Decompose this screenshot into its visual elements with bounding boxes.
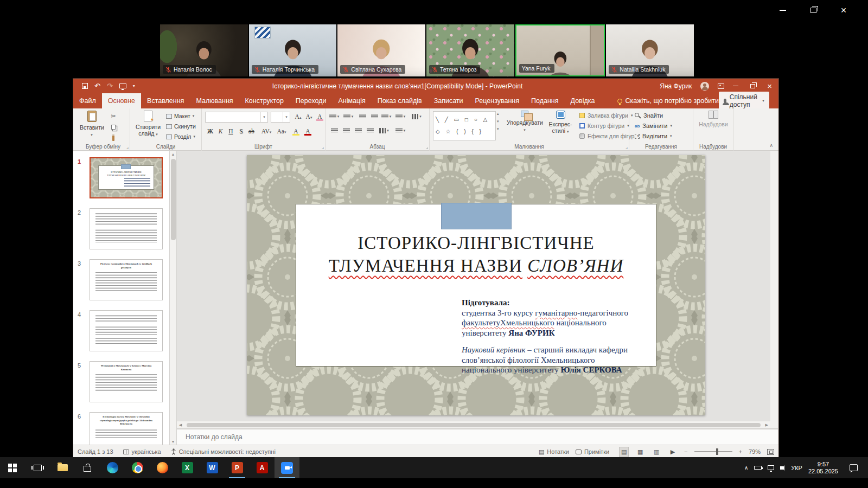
align-center-button[interactable]	[341, 126, 352, 136]
tab-design[interactable]: Конструктор	[239, 93, 290, 108]
zoom-in-button[interactable]: +	[739, 448, 742, 455]
participant-tile[interactable]: Світлана Сухарєва	[337, 24, 425, 76]
font-name-combo[interactable]: ▾	[205, 112, 268, 123]
tab-insert[interactable]: Вставлення	[141, 93, 190, 108]
cut-button[interactable]: ✂	[108, 112, 119, 121]
normal-view-button[interactable]: ▤	[619, 447, 629, 457]
section-button[interactable]: Розділ▾	[166, 133, 195, 140]
text-direction-button[interactable]: ▾	[395, 112, 406, 121]
collapse-ribbon-button[interactable]: ∧	[769, 143, 773, 148]
line-spacing-button[interactable]: ▾	[381, 112, 392, 121]
selected-shape[interactable]	[441, 203, 512, 229]
scrollbar-thumb[interactable]	[171, 159, 176, 240]
tab-slideshow[interactable]: Показ слайдів	[372, 93, 428, 108]
slideshow-view-button[interactable]: ▶	[668, 447, 678, 457]
scroll-up-icon[interactable]: ▲	[170, 152, 176, 156]
signed-in-user[interactable]: Яна Фурик	[660, 82, 692, 90]
participant-tile[interactable]: Тетяна Мороз	[426, 24, 514, 76]
spelling-status[interactable]: українська	[123, 448, 161, 455]
align-left-button[interactable]	[329, 126, 340, 136]
fit-slide-to-window-button[interactable]	[767, 449, 774, 455]
notes-toggle-button[interactable]: ▤Нотатки	[539, 447, 569, 457]
tell-me-search[interactable]: Скажіть, що потрібно зробити	[617, 93, 719, 108]
tab-review[interactable]: Рецензування	[469, 93, 525, 108]
restore-icon[interactable]	[750, 84, 755, 88]
quick-styles-button[interactable]: Експрес-стилі ▾	[545, 111, 576, 135]
decrease-indent-button[interactable]	[357, 112, 368, 121]
task-view-button[interactable]	[25, 457, 50, 478]
shapes-gallery[interactable]: ╲ ╱ ▭ □ ○ △ ◇ ☆ ( ) { }	[433, 111, 496, 140]
paste-button[interactable]: Вставити ▾	[80, 111, 104, 138]
participant-tile[interactable]: Nataliia Stakhniuk	[606, 24, 694, 76]
network-icon[interactable]	[768, 465, 774, 470]
comments-toggle-button[interactable]: Примітки	[576, 448, 609, 455]
minimize-icon[interactable]	[775, 4, 791, 16]
slide-thumbnail-6[interactable]: Etymologia nazwy Słowianie w słowniku et…	[90, 412, 163, 445]
scroll-left-icon[interactable]: ◀	[179, 423, 182, 427]
increase-font-button[interactable]: А▴	[293, 111, 303, 122]
notes-pane[interactable]: Нотатки до слайда	[177, 428, 778, 445]
highlight-color-button[interactable]: А	[291, 126, 301, 137]
slide-thumbnail-4[interactable]	[90, 310, 163, 351]
user-avatar[interactable]	[700, 82, 709, 91]
underline-button[interactable]: П	[226, 126, 236, 137]
copy-button[interactable]	[108, 123, 119, 132]
font-color-button[interactable]: А	[303, 126, 313, 137]
horizontal-scrollbar[interactable]: ◀ ▶	[177, 421, 770, 428]
participant-tile[interactable]: Наталія Волос	[160, 24, 248, 76]
slide-thumbnail-1[interactable]: ІСТОРИКО-ЛІНГВІСТИЧНЕТЛУМАЧЕННЯ НАЗВИ СЛ…	[90, 157, 163, 198]
slide-canvas[interactable]: ІСТОРИКО-ЛІНГВІСТИЧНЕ ТЛУМАЧЕННЯ НАЗВИ С…	[247, 155, 705, 415]
format-painter-button[interactable]	[108, 133, 119, 143]
slide-title[interactable]: ІСТОРИКО-ЛІНГВІСТИЧНЕ ТЛУМАЧЕННЯ НАЗВИ С…	[296, 232, 656, 277]
increase-indent-button[interactable]	[369, 112, 380, 121]
thumbnail-scrollbar[interactable]: ▲ ▼	[170, 151, 177, 445]
shape-fill-button[interactable]: Заливка фігури▾	[579, 112, 633, 119]
zoom-level[interactable]: 79%	[749, 448, 761, 455]
replace-button[interactable]: abЗамінити▾	[635, 123, 672, 129]
change-case-button[interactable]: Aa▾	[275, 126, 289, 137]
zoom-out-button[interactable]: −	[684, 448, 687, 455]
scroll-down-icon[interactable]: ▼	[170, 440, 176, 444]
select-button[interactable]: Виділити▾	[635, 133, 672, 139]
layout-button[interactable]: Макет▾	[166, 113, 194, 119]
zoom-slider[interactable]	[694, 451, 732, 452]
addins-button[interactable]: Надбудови	[698, 111, 729, 127]
columns-button[interactable]: ▾	[379, 126, 390, 136]
text-shadow-button[interactable]: S	[236, 126, 246, 137]
character-spacing-button[interactable]: AV▾	[259, 126, 273, 137]
bullets-button[interactable]: ▾	[329, 112, 340, 121]
word-button[interactable]: W	[200, 457, 225, 478]
tab-draw[interactable]: Малювання	[190, 93, 239, 108]
reading-view-button[interactable]: ▥	[652, 447, 661, 457]
numbering-button[interactable]: ▾	[343, 112, 354, 121]
paragraph-dialog-launcher[interactable]: ⌟	[426, 144, 428, 150]
save-icon[interactable]	[82, 83, 88, 89]
tab-transitions[interactable]: Переходи	[290, 93, 333, 108]
chrome-button[interactable]	[125, 457, 150, 478]
decrease-font-button[interactable]: А▾	[304, 111, 314, 122]
customize-qat-icon[interactable]: ▾	[133, 84, 135, 88]
excel-button[interactable]: X	[175, 457, 200, 478]
battery-icon[interactable]	[754, 466, 762, 470]
minimize-icon[interactable]	[733, 86, 738, 87]
taskbar-clock[interactable]: 9:57 22.05.2025	[808, 461, 838, 475]
zoom-app-button[interactable]	[275, 457, 299, 478]
slide-byline-text[interactable]: Підготувала: студентка 3-го курсу гумані…	[462, 298, 644, 375]
store-button[interactable]	[75, 457, 100, 478]
firefox-button[interactable]	[150, 457, 175, 478]
align-right-button[interactable]	[353, 126, 363, 136]
font-size-combo[interactable]: ▾	[271, 112, 290, 123]
scroll-right-icon[interactable]: ▶	[765, 423, 768, 427]
smartart-convert-button[interactable]: ▾	[395, 126, 406, 136]
tab-view[interactable]: Подання	[525, 93, 564, 108]
action-center-button[interactable]	[844, 464, 863, 471]
language-indicator[interactable]: УКР	[791, 465, 802, 471]
italic-button[interactable]: К	[215, 126, 226, 137]
close-icon[interactable]: ×	[835, 4, 852, 16]
find-button[interactable]: Знайти	[635, 112, 663, 119]
scrollbar-thumb[interactable]	[187, 423, 761, 427]
tab-help[interactable]: Довідка	[565, 93, 601, 108]
redo-icon[interactable]: ↷	[107, 82, 113, 90]
reset-button[interactable]: Скинути	[166, 123, 196, 130]
slide-thumbnail-2[interactable]	[90, 208, 163, 249]
